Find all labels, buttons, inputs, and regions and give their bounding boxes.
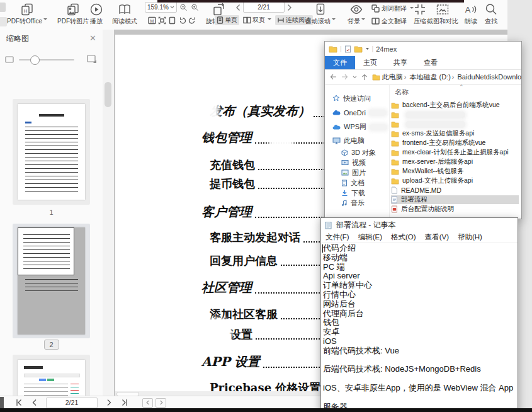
rotate-right-icon[interactable] [188,16,196,25]
nav-quick-access[interactable]: 快速访问 [325,91,389,105]
page-thumbnail-2-selected[interactable] [13,224,90,338]
sidebar-scrollbar-thumb[interactable] [105,82,111,107]
last-page-button[interactable] [121,399,128,406]
zoom-out-button[interactable] [179,3,188,13]
tab-view[interactable]: 查看 [416,56,446,69]
page-thumbnail-3[interactable] [13,355,90,396]
nav-3d-objects[interactable]: 3D 对象 [325,147,389,157]
folder-icon [391,102,399,109]
file-row[interactable]: frontend-主交易前端系统vue [391,139,517,147]
fit-width-button[interactable] [158,16,166,25]
file-row[interactable]: ex-sms-发送短信服务api [391,129,517,138]
menu-file[interactable]: 文件(F) [325,232,349,242]
explorer-address-bar[interactable]: 此电脑 本地磁盘 (D:) BaiduNetdiskDownlo [325,69,521,85]
single-page-button[interactable]: 单页 [215,15,239,25]
notepad-titlebar[interactable]: 部署流程 - 记事本 [321,218,518,232]
folder-icon [391,159,399,166]
page-number-input[interactable]: 2/21 [243,2,285,13]
explorer-titlebar[interactable]: | | 24mex [325,42,521,56]
sort-caret-icon[interactable]: ⌃ [459,84,464,90]
forward-icon[interactable] [341,74,348,80]
screenshot-compare-button[interactable]: 截图和对比 [426,2,460,26]
explorer-window[interactable]: | | 24mex 文件 主页 共享 查看 此电脑 本地磁盘 (D:) Baid… [324,41,522,219]
column-header-name[interactable]: 名称 [395,88,409,97]
nav-music[interactable]: 音乐 [325,198,389,208]
new-folder-icon[interactable] [354,45,363,53]
nav-this-pc[interactable]: 此电脑 [325,134,389,147]
view-forward-button[interactable] [156,398,166,408]
book-icon [108,2,141,16]
thumbnail-smaller-icon[interactable] [5,55,14,64]
file-row-selected[interactable]: 部署流程 [391,195,519,204]
history-caret-icon[interactable] [353,76,357,79]
page-thumbnail-1[interactable] [13,99,90,205]
nav-documents[interactable]: 文档 [325,178,389,188]
nav-videos[interactable]: 视频 [325,157,389,168]
file-row[interactable]: mex-clear-计划任务止盈止损服务api [391,148,517,157]
prev-page-button[interactable] [235,4,241,11]
file-row[interactable]: upload-文件上传服务api [391,176,517,185]
nav-pictures[interactable]: 图片 [325,168,389,178]
breadcrumb-item[interactable]: BaiduNetdiskDownlo [458,73,522,81]
play-button[interactable]: 播放 [87,2,106,26]
breadcrumb[interactable]: 此电脑 本地磁盘 (D:) BaiduNetdiskDownlo [372,72,521,82]
tab-share[interactable]: 共享 [385,56,416,69]
file-row[interactable]: 后台配置功能说明 [391,205,517,214]
nav-onedrive[interactable]: OneDri [325,105,389,120]
menu-format[interactable]: 格式(O) [391,232,416,242]
back-icon[interactable] [330,74,337,80]
quick-access-caret-icon[interactable] [365,47,370,50]
close-icon[interactable]: ✕ [89,33,96,43]
nav-wps-cloud[interactable]: WPS网 [325,120,389,134]
next-page-button[interactable] [106,399,112,406]
breadcrumb-item[interactable]: 本地磁盘 (D:) [409,72,455,82]
double-page-button[interactable]: 双页 [241,15,273,25]
sidebar-scrollbar[interactable] [103,30,115,396]
view-back-button[interactable] [142,398,153,408]
full-translate-label: 全文翻译 [382,17,407,26]
file-row-redacted[interactable] [391,110,517,119]
fit-page-button[interactable] [168,16,176,25]
file-row-redacted[interactable] [391,120,517,129]
breadcrumb-item[interactable]: 此电脑 [382,72,408,82]
pdf-file-icon [391,205,398,213]
screen: H PDF转Office PDF转图片 播放 阅读模式 15 [0,0,532,412]
explorer-file-list: 名称 ⌃ backend-主交易后台前端系统vue ex-sms-发送短信服务a… [390,85,521,218]
menu-help[interactable]: 帮助(H) [458,232,482,242]
actual-size-button[interactable]: M [148,16,156,25]
pdf-to-office-button[interactable]: H PDF转Office [4,2,50,26]
file-row[interactable]: backend-主交易后台前端系统vue [391,101,517,110]
read-aloud-button[interactable]: A 朗读 [462,2,480,26]
up-icon[interactable] [361,74,368,81]
read-mode-button[interactable]: 阅读模式 [108,2,141,26]
properties-icon[interactable] [344,45,351,53]
thumbnail-size-slider-handle[interactable] [30,55,40,65]
zoom-in-button[interactable] [191,3,199,13]
picture-icon [341,169,349,176]
status-page-input[interactable]: 2/21 [46,398,98,408]
tab-home[interactable]: 主页 [355,56,385,69]
svg-text:M: M [150,18,154,23]
find-button[interactable]: 查找 [482,2,500,26]
thumbnail-size-slider[interactable] [19,59,74,60]
rotate-left-icon[interactable] [178,16,186,25]
auto-scroll-button[interactable]: 自动滚动 [303,2,337,26]
dropdown-caret-icon [332,18,336,22]
first-page-button[interactable] [15,399,23,406]
zoom-level-select[interactable]: 159.1% [145,2,177,13]
single-page-icon [217,16,224,24]
menu-edit[interactable]: 编辑(E) [358,232,382,242]
double-page-icon [243,16,251,24]
background-button[interactable]: 背景 [345,2,368,26]
thumbnail-larger-icon[interactable] [87,54,98,64]
menu-view[interactable]: 查看(V) [425,232,449,242]
tab-file[interactable]: 文件 [325,56,355,69]
nav-downloads[interactable]: 下载 [325,188,389,198]
file-row[interactable]: README.MD [391,186,517,195]
notepad-window[interactable]: 部署流程 - 记事本 文件(F) 编辑(E) 格式(O) 查看(V) 帮助(H)… [320,217,518,412]
prev-page-button[interactable] [31,399,37,406]
double-page-label: 双页 [252,16,265,25]
next-page-button[interactable] [287,4,292,11]
file-row[interactable]: MexWallet--钱包服务 [391,167,517,176]
file-row[interactable]: mex-server-后端服务api [391,157,517,166]
